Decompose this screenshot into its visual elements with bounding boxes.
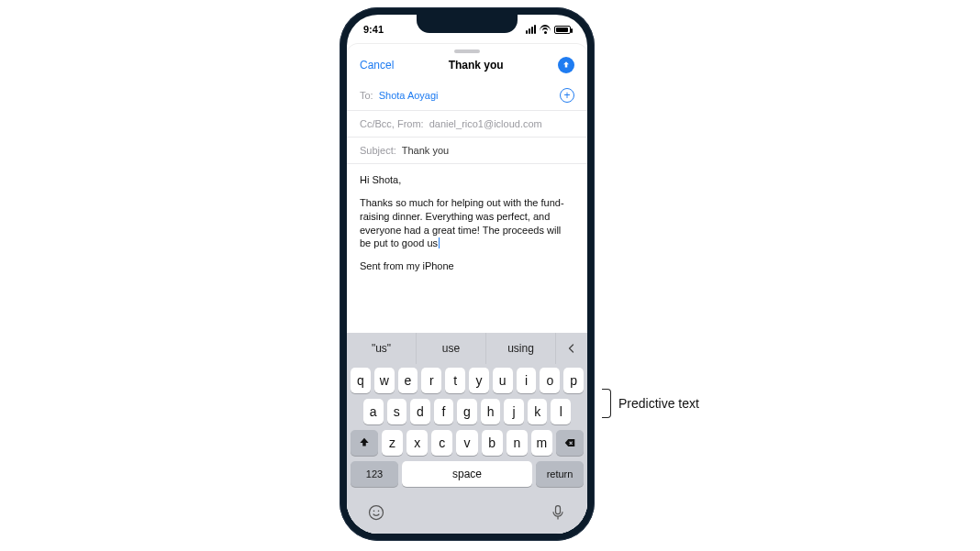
shift-key[interactable] bbox=[351, 430, 378, 456]
shift-icon bbox=[358, 436, 371, 449]
to-label: To: bbox=[360, 90, 373, 101]
dictation-button[interactable] bbox=[549, 503, 567, 526]
callout-bracket bbox=[602, 389, 611, 418]
return-key[interactable]: return bbox=[536, 461, 584, 487]
sheet-header: Cancel Thank you bbox=[347, 57, 587, 81]
key-row-2: asdfghjkl bbox=[351, 399, 584, 424]
body-signature: Sent from my iPhone bbox=[360, 259, 574, 273]
key-c[interactable]: c bbox=[431, 430, 452, 456]
to-recipient[interactable]: Shota Aoyagi bbox=[379, 90, 439, 101]
sheet-grabber[interactable] bbox=[454, 50, 480, 53]
key-l[interactable]: l bbox=[551, 399, 571, 424]
key-p[interactable]: p bbox=[563, 368, 584, 393]
key-e[interactable]: e bbox=[398, 368, 418, 393]
key-b[interactable]: b bbox=[482, 430, 503, 456]
add-contact-button[interactable]: + bbox=[560, 88, 574, 103]
predictive-suggestion-2[interactable]: use bbox=[417, 333, 486, 364]
body-paragraph: Thanks so much for helping out with the … bbox=[360, 196, 574, 250]
subject-field[interactable]: Subject: Thank you bbox=[347, 138, 587, 164]
battery-icon bbox=[554, 26, 571, 34]
key-h[interactable]: h bbox=[481, 399, 501, 424]
ccbcc-label: Cc/Bcc, From: bbox=[360, 118, 424, 129]
send-button[interactable] bbox=[558, 57, 574, 73]
status-time: 9:41 bbox=[363, 24, 384, 35]
compose-sheet: Cancel Thank you To: Shota Aoyagi + Cc/B… bbox=[347, 44, 587, 534]
key-x[interactable]: x bbox=[406, 430, 428, 456]
emoji-button[interactable] bbox=[367, 503, 385, 526]
key-j[interactable]: j bbox=[504, 399, 524, 424]
key-d[interactable]: d bbox=[410, 399, 430, 424]
key-o[interactable]: o bbox=[540, 368, 560, 393]
arrow-up-icon bbox=[562, 61, 571, 70]
notch bbox=[417, 15, 518, 33]
key-k[interactable]: k bbox=[528, 399, 548, 424]
signal-icon bbox=[526, 25, 536, 34]
ccbcc-field[interactable]: Cc/Bcc, From: daniel_rico1@icloud.com bbox=[347, 111, 587, 138]
key-row-4: 123 space return bbox=[351, 461, 584, 487]
predictive-text-callout: Predictive text bbox=[602, 389, 699, 418]
key-r[interactable]: r bbox=[421, 368, 441, 393]
text-cursor bbox=[439, 237, 440, 248]
predictive-suggestion-1[interactable]: "us" bbox=[347, 333, 417, 364]
sheet-title: Thank you bbox=[449, 59, 504, 72]
key-g[interactable]: g bbox=[457, 399, 477, 424]
key-a[interactable]: a bbox=[363, 399, 384, 424]
key-m[interactable]: m bbox=[531, 430, 552, 456]
predictive-suggestion-3[interactable]: using bbox=[486, 333, 556, 364]
keyboard-area: "us" use using qwertyuiop asdfghjkl bbox=[347, 333, 587, 534]
callout-label: Predictive text bbox=[618, 396, 699, 411]
phone-frame: 9:41 Cancel Thank you To: bbox=[340, 7, 595, 541]
microphone-icon bbox=[549, 503, 567, 522]
key-t[interactable]: t bbox=[445, 368, 465, 393]
key-row-1: qwertyuiop bbox=[351, 368, 584, 393]
key-f[interactable]: f bbox=[434, 399, 454, 424]
keyboard-bottom-row bbox=[347, 498, 587, 534]
body-greeting: Hi Shota, bbox=[360, 173, 574, 187]
key-w[interactable]: w bbox=[374, 368, 395, 393]
predictive-row: "us" use using bbox=[347, 333, 587, 364]
email-body[interactable]: Hi Shota, Thanks so much for helping out… bbox=[347, 164, 587, 333]
svg-point-2 bbox=[378, 511, 380, 512]
key-row-3: zxcvbnm bbox=[351, 430, 584, 456]
subject-label: Subject: bbox=[360, 145, 396, 156]
space-key[interactable]: space bbox=[402, 461, 532, 487]
emoji-icon bbox=[367, 503, 385, 522]
to-field[interactable]: To: Shota Aoyagi + bbox=[347, 81, 587, 111]
wifi-icon bbox=[540, 25, 551, 34]
numbers-key[interactable]: 123 bbox=[351, 461, 398, 487]
svg-point-1 bbox=[373, 511, 375, 512]
subject-value: Thank you bbox=[402, 145, 449, 156]
phone-screen: 9:41 Cancel Thank you To: bbox=[347, 15, 587, 534]
key-u[interactable]: u bbox=[493, 368, 513, 393]
key-z[interactable]: z bbox=[382, 430, 403, 456]
svg-rect-3 bbox=[556, 506, 561, 514]
status-icons bbox=[526, 25, 571, 34]
key-y[interactable]: y bbox=[469, 368, 489, 393]
key-s[interactable]: s bbox=[387, 399, 407, 424]
from-address: daniel_rico1@icloud.com bbox=[429, 118, 542, 129]
chevron-left-icon bbox=[566, 343, 577, 354]
backspace-icon bbox=[563, 436, 576, 449]
backspace-key[interactable] bbox=[556, 430, 584, 456]
cancel-button[interactable]: Cancel bbox=[360, 59, 394, 72]
key-q[interactable]: q bbox=[351, 368, 371, 393]
key-n[interactable]: n bbox=[507, 430, 528, 456]
predictive-collapse-button[interactable] bbox=[556, 333, 587, 364]
key-i[interactable]: i bbox=[517, 368, 537, 393]
keyboard: qwertyuiop asdfghjkl zxcvbnm bbox=[347, 364, 587, 498]
key-v[interactable]: v bbox=[456, 430, 477, 456]
svg-point-0 bbox=[370, 506, 384, 520]
